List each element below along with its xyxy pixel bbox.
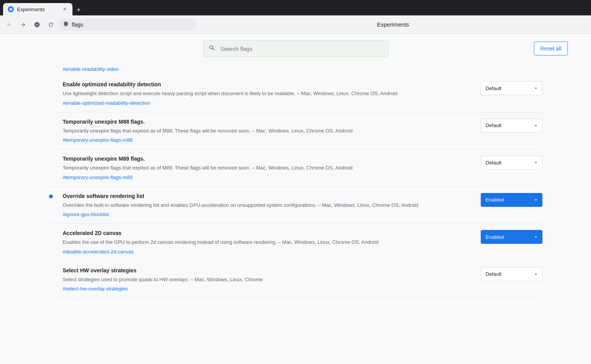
flag-select-dropdown[interactable]: Default Enabled Disabled bbox=[481, 230, 542, 244]
flag-select-dropdown[interactable]: Default Enabled Disabled bbox=[481, 119, 542, 133]
flag-select-dropdown[interactable]: Default Enabled Disabled bbox=[481, 193, 542, 207]
flag-title: Select HW overlay strategies bbox=[63, 267, 475, 273]
flag-content: Enable optimized readability detection U… bbox=[63, 81, 475, 106]
flag-anchor-link[interactable]: #temporary-unexpire-flags-m88 bbox=[63, 137, 133, 143]
flag-control: Default Enabled Disabled bbox=[481, 193, 542, 207]
flag-control: Default Enabled Disabled bbox=[481, 267, 542, 281]
page-title: Experiments bbox=[329, 21, 458, 28]
top-link-section: #enable-readability-video bbox=[49, 63, 542, 72]
experiments-tab[interactable]: Experiments ✕ bbox=[3, 3, 72, 15]
flag-title: Temporarily unexpire M88 flags. bbox=[63, 119, 475, 125]
back-button[interactable] bbox=[3, 18, 15, 31]
tab-title: Experiments bbox=[17, 7, 45, 12]
forward-button[interactable] bbox=[17, 18, 29, 31]
search-icon bbox=[209, 45, 216, 53]
flag-description: Temporarily unexpire flags that expired … bbox=[63, 127, 475, 135]
flag-content: Select HW overlay strategies Select stra… bbox=[63, 267, 475, 292]
flag-content: Override software rendering list Overrid… bbox=[63, 193, 475, 218]
flag-select-dropdown[interactable]: Default Enabled Disabled bbox=[481, 156, 542, 169]
search-container bbox=[203, 40, 388, 57]
reload-button[interactable] bbox=[45, 18, 57, 31]
new-tab-button[interactable]: + bbox=[73, 5, 84, 15]
flag-description: Select strategies used to promote quads … bbox=[63, 276, 475, 283]
flag-item: Override software rendering list Overrid… bbox=[49, 187, 542, 224]
flag-anchor-link[interactable]: #select-hw-overlay-strategies bbox=[63, 286, 128, 292]
flag-item: Accelerated 2D canvas Enables the use of… bbox=[49, 224, 542, 261]
tab-favicon bbox=[8, 6, 14, 12]
flag-item: Select HW overlay strategies Select stra… bbox=[49, 261, 542, 299]
flag-select-dropdown[interactable]: Default Enabled Disabled bbox=[481, 81, 542, 95]
flag-active-dot bbox=[49, 195, 53, 198]
flag-title: Temporarily unexpire M89 flags. bbox=[63, 156, 475, 162]
address-bar[interactable]: flags bbox=[59, 18, 197, 31]
flags-list: #enable-readability-video Enable optimiz… bbox=[26, 63, 566, 298]
flag-title: Accelerated 2D canvas bbox=[63, 230, 475, 236]
tab-close-button[interactable]: ✕ bbox=[62, 6, 68, 12]
page-content: Reset all #enable-readability-video Enab… bbox=[0, 34, 591, 364]
flag-anchor-link[interactable]: #temporary-unexpire-flags-m89 bbox=[63, 174, 133, 180]
flag-title: Override software rendering list bbox=[63, 193, 475, 199]
shield-icon bbox=[63, 21, 69, 28]
flag-select-dropdown[interactable]: Default Enabled Disabled bbox=[481, 267, 542, 281]
flag-description: Use lightweight detection script and exe… bbox=[63, 90, 475, 97]
flag-description: Enables the use of the GPU to perform 2d… bbox=[63, 238, 475, 246]
address-text: flags bbox=[72, 22, 83, 28]
tab-bar: Experiments ✕ + bbox=[3, 0, 84, 15]
flag-item: Temporarily unexpire M89 flags. Temporar… bbox=[49, 149, 542, 187]
flag-item: Temporarily unexpire M88 flags. Temporar… bbox=[49, 112, 542, 150]
flag-title: Enable optimized readability detection bbox=[63, 81, 475, 87]
flag-anchor-link[interactable]: #ignore-gpu-blocklist bbox=[63, 211, 109, 217]
home-button[interactable] bbox=[31, 18, 43, 31]
flag-content: Accelerated 2D canvas Enables the use of… bbox=[63, 230, 475, 255]
flag-dot-container bbox=[49, 81, 57, 83]
flag-dot-container bbox=[49, 119, 57, 120]
flag-dot-container bbox=[49, 193, 57, 198]
flags-container: Enable optimized readability detection U… bbox=[49, 75, 542, 298]
navigation-bar: flags Experiments bbox=[0, 15, 591, 34]
flag-content: Temporarily unexpire M89 flags. Temporar… bbox=[63, 156, 475, 180]
svg-point-0 bbox=[10, 8, 12, 10]
search-area: Reset all bbox=[0, 34, 591, 63]
flag-anchor-link[interactable]: #disable-accelerated-2d-canvas bbox=[63, 249, 134, 255]
flag-dot-container bbox=[49, 156, 57, 157]
reset-all-button[interactable]: Reset all bbox=[534, 42, 568, 55]
readability-video-link[interactable]: #enable-readability-video bbox=[63, 66, 542, 72]
flag-dot-container bbox=[49, 267, 57, 269]
flag-control: Default Enabled Disabled bbox=[481, 230, 542, 244]
flag-description: Temporarily unexpire flags that expired … bbox=[63, 164, 475, 172]
browser-chrome: Experiments ✕ + bbox=[0, 0, 591, 15]
flag-item: Enable optimized readability detection U… bbox=[49, 75, 542, 112]
flag-content: Temporarily unexpire M88 flags. Temporar… bbox=[63, 119, 475, 143]
flag-anchor-link[interactable]: #enable-optimized-readability-detection bbox=[63, 100, 150, 106]
flag-description: Overrides the built-in software renderin… bbox=[63, 201, 475, 209]
flag-dot-container bbox=[49, 230, 57, 231]
flag-control: Default Enabled Disabled bbox=[481, 156, 542, 169]
search-input[interactable] bbox=[203, 40, 388, 57]
flag-control: Default Enabled Disabled bbox=[481, 81, 542, 95]
flag-control: Default Enabled Disabled bbox=[481, 119, 542, 133]
